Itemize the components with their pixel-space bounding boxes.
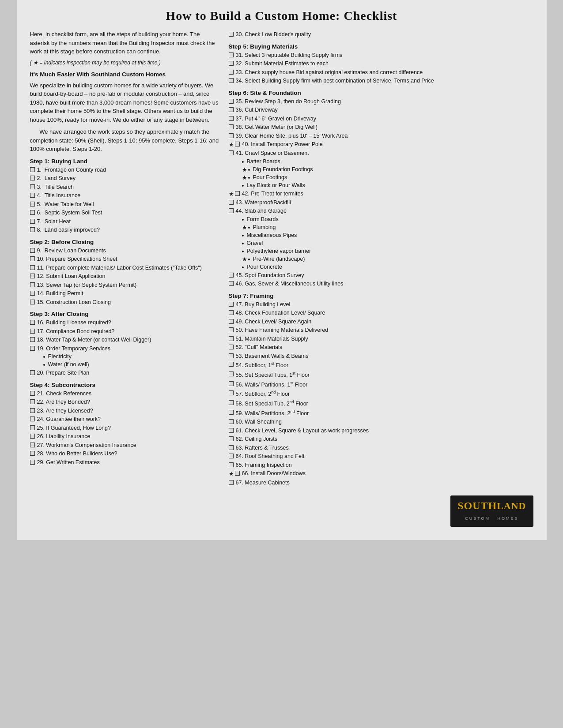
checkbox-21[interactable] — [30, 391, 35, 396]
sub-water: •Water (if no well) — [43, 361, 220, 368]
item-20: 20. Prepare Site Plan — [30, 369, 220, 377]
item-17: 17. Compliance Bond required? — [30, 328, 220, 336]
checkbox-28[interactable] — [30, 451, 35, 456]
item-45: 45. Spot Foundation Survey — [229, 272, 533, 280]
checkbox-26[interactable] — [30, 434, 35, 439]
item-1: 1. Frontage on County road — [30, 166, 220, 174]
checkbox-27[interactable] — [30, 443, 35, 447]
checkbox-35[interactable] — [229, 99, 234, 104]
item-50: 50. Have Framing Materials Delivered — [229, 326, 533, 334]
star-pour: ★ — [242, 174, 247, 181]
checkbox-48[interactable] — [229, 310, 234, 315]
checkbox-62[interactable] — [229, 436, 234, 441]
item-48: 48. Check Foundation Level/ Square — [229, 309, 533, 317]
checkbox-4[interactable] — [30, 193, 35, 198]
checkbox-30[interactable] — [229, 32, 234, 37]
item-62: 62. Ceiling Joists — [229, 435, 533, 443]
checkbox-38[interactable] — [229, 124, 234, 129]
item-29: 29. Get Written Estimates — [30, 459, 220, 467]
checkbox-44[interactable] — [229, 208, 234, 213]
checkbox-12[interactable] — [30, 274, 35, 278]
checkbox-47[interactable] — [229, 302, 234, 307]
checkbox-32[interactable] — [229, 61, 234, 66]
item-41-subs: •Batter Boards ★•Dig Foundation Footings… — [242, 158, 533, 189]
item-54: 54. Subfloor, 1st Floor — [229, 361, 533, 370]
checkbox-16[interactable] — [30, 320, 35, 325]
checkbox-25[interactable] — [30, 425, 35, 430]
item-49: 49. Check Level/ Square Again — [229, 318, 533, 326]
checkbox-36[interactable] — [229, 107, 234, 112]
checkbox-66[interactable] — [235, 471, 240, 476]
step3-heading: Step 3: After Closing — [30, 311, 220, 317]
checkbox-63[interactable] — [229, 445, 234, 450]
checkbox-67[interactable] — [229, 480, 234, 485]
checkbox-43[interactable] — [229, 200, 234, 205]
step7-heading: Step 7: Framing — [229, 293, 533, 299]
checkbox-1[interactable] — [30, 167, 35, 172]
checkbox-7[interactable] — [30, 219, 35, 224]
checkbox-13[interactable] — [30, 282, 35, 287]
checkbox-55[interactable] — [229, 372, 234, 376]
sub-pour-footings: ★•Pour Footings — [242, 174, 533, 181]
checkbox-49[interactable] — [229, 319, 234, 324]
checkbox-2[interactable] — [30, 176, 35, 180]
checkbox-15[interactable] — [30, 300, 35, 304]
item-47: 47. Buy Building Level — [229, 301, 533, 309]
checkbox-56[interactable] — [229, 381, 234, 386]
item-4: 4. Title Insurance — [30, 192, 220, 200]
checkbox-5[interactable] — [30, 202, 35, 206]
item-56: 56. Walls/ Partitions, 1st Floor — [229, 380, 533, 389]
checkbox-42[interactable] — [235, 191, 240, 196]
checkbox-57[interactable] — [229, 390, 234, 395]
checkbox-58[interactable] — [229, 400, 234, 405]
checkbox-52[interactable] — [229, 345, 234, 349]
logo-container: SOUTHLAND CUSTOM HOMES — [229, 495, 533, 527]
item-55: 55. Set Special Tubs, 1st Floor — [229, 371, 533, 379]
item-53: 53. Basement Walls & Beams — [229, 353, 533, 360]
star-66: ★ — [229, 470, 234, 478]
checkbox-3[interactable] — [30, 184, 35, 189]
checkbox-37[interactable] — [229, 116, 234, 121]
checkbox-40[interactable] — [235, 142, 240, 146]
sub-gravel: •Gravel — [242, 240, 533, 247]
checkbox-22[interactable] — [30, 399, 35, 404]
checkbox-33[interactable] — [229, 70, 234, 75]
checkbox-31[interactable] — [229, 53, 234, 57]
checkbox-50[interactable] — [229, 327, 234, 332]
checkbox-23[interactable] — [30, 408, 35, 413]
checkbox-39[interactable] — [229, 133, 234, 138]
checkbox-60[interactable] — [229, 419, 234, 424]
item-33: 33. Check supply house Bid against origi… — [229, 69, 533, 77]
checkbox-14[interactable] — [30, 291, 35, 296]
sub-form-boards: •Form Boards — [242, 216, 533, 223]
checkbox-54[interactable] — [229, 362, 234, 367]
checkbox-59[interactable] — [229, 410, 234, 415]
item-27: 27. Workman's Compensation Insurance — [30, 442, 220, 450]
checkbox-61[interactable] — [229, 428, 234, 433]
star-42: ★ — [229, 190, 234, 198]
checkbox-18[interactable] — [30, 337, 35, 342]
item-6: 6. Septic System Soil Test — [30, 209, 220, 217]
checkbox-24[interactable] — [30, 417, 35, 421]
checkbox-6[interactable] — [30, 210, 35, 215]
checkbox-45[interactable] — [229, 273, 234, 278]
checkbox-19[interactable] — [30, 346, 35, 351]
sub-pour-concrete: •Pour Concrete — [242, 264, 533, 271]
checkbox-34[interactable] — [229, 78, 234, 83]
checkbox-65[interactable] — [229, 462, 234, 467]
checkbox-20[interactable] — [30, 370, 35, 375]
checkbox-29[interactable] — [30, 460, 35, 465]
checkbox-10[interactable] — [30, 256, 35, 261]
checkbox-41[interactable] — [229, 150, 234, 155]
item-31: 31. Select 3 reputable Building Supply f… — [229, 52, 533, 60]
checkbox-53[interactable] — [229, 353, 234, 358]
checkbox-11[interactable] — [30, 265, 35, 270]
checkbox-46[interactable] — [229, 281, 234, 286]
checkbox-17[interactable] — [30, 329, 35, 334]
checkbox-64[interactable] — [229, 454, 234, 458]
checkbox-51[interactable] — [229, 336, 234, 341]
step1-heading: Step 1: Buying Land — [30, 158, 220, 165]
checkbox-9[interactable] — [30, 248, 35, 253]
checkbox-8[interactable] — [30, 227, 35, 232]
sub-plumbing: ★•Plumbing — [242, 224, 533, 231]
